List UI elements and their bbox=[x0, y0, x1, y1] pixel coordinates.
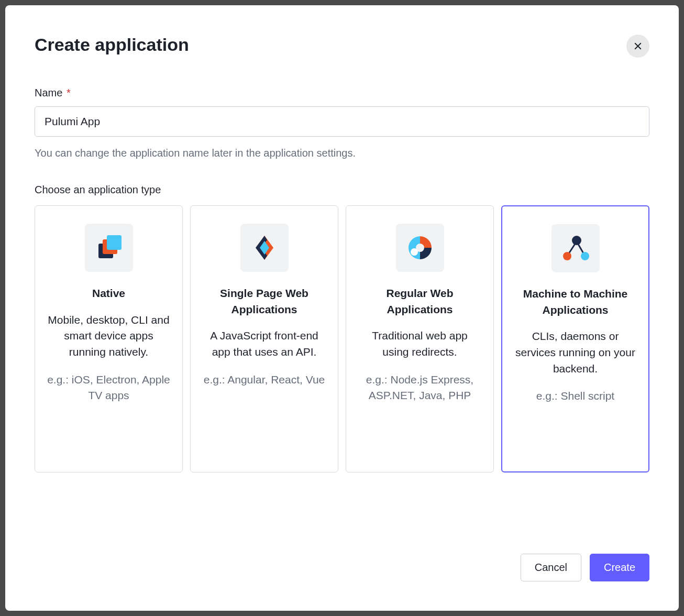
svg-point-12 bbox=[563, 252, 571, 260]
name-hint: You can change the application name late… bbox=[35, 145, 649, 161]
name-label: Name * bbox=[35, 87, 649, 99]
type-title: Regular Web Applications bbox=[358, 285, 482, 317]
type-card-native[interactable]: Native Mobile, desktop, CLI and smart de… bbox=[35, 205, 183, 472]
type-desc: A JavaScript front-end app that uses an … bbox=[202, 328, 326, 360]
close-icon bbox=[633, 41, 643, 51]
required-asterisk: * bbox=[67, 87, 71, 98]
modal-title: Create application bbox=[35, 35, 189, 55]
svg-point-11 bbox=[572, 236, 581, 245]
name-field-group: Name * You can change the application na… bbox=[35, 87, 649, 161]
type-title: Machine to Machine Applications bbox=[514, 286, 637, 318]
svg-rect-4 bbox=[107, 235, 122, 250]
type-desc: Mobile, desktop, CLI and smart device ap… bbox=[47, 312, 171, 360]
type-title: Single Page Web Applications bbox=[202, 285, 326, 317]
type-section-label: Choose an application type bbox=[35, 184, 649, 196]
modal-footer: Cancel Create bbox=[35, 533, 649, 581]
type-example: e.g.: iOS, Electron, Apple TV apps bbox=[47, 372, 171, 404]
type-example: e.g.: Shell script bbox=[536, 388, 614, 404]
cancel-button[interactable]: Cancel bbox=[521, 554, 581, 581]
m2m-icon-wrap bbox=[551, 224, 600, 272]
spa-icon-wrap bbox=[240, 224, 289, 272]
modal-header: Create application bbox=[35, 35, 649, 58]
native-icon bbox=[95, 234, 123, 262]
type-card-m2m[interactable]: Machine to Machine Applications CLIs, da… bbox=[501, 205, 649, 472]
type-example: e.g.: Angular, React, Vue bbox=[204, 372, 325, 388]
type-card-spa[interactable]: Single Page Web Applications A JavaScrip… bbox=[190, 205, 338, 472]
create-button[interactable]: Create bbox=[590, 554, 649, 581]
type-card-regular-web[interactable]: Regular Web Applications Traditional web… bbox=[346, 205, 494, 472]
svg-point-8 bbox=[411, 248, 418, 256]
spa-icon bbox=[250, 234, 279, 262]
type-title: Native bbox=[92, 285, 125, 302]
type-grid: Native Mobile, desktop, CLI and smart de… bbox=[35, 205, 649, 472]
type-desc: Traditional web app using redirects. bbox=[358, 328, 482, 360]
close-button[interactable] bbox=[626, 35, 649, 58]
regular-web-icon-wrap bbox=[396, 224, 444, 272]
regular-web-icon bbox=[405, 233, 435, 262]
type-desc: CLIs, daemons or services running on you… bbox=[514, 328, 637, 377]
m2m-icon bbox=[560, 234, 591, 262]
name-label-text: Name bbox=[35, 87, 62, 98]
native-icon-wrap bbox=[85, 224, 133, 272]
svg-point-13 bbox=[581, 252, 589, 260]
create-application-modal: Create application Name * You can change… bbox=[5, 5, 679, 611]
type-example: e.g.: Node.js Express, ASP.NET, Java, PH… bbox=[358, 372, 482, 404]
name-input[interactable] bbox=[35, 106, 649, 137]
type-section: Choose an application type Native Mobile… bbox=[35, 184, 649, 472]
